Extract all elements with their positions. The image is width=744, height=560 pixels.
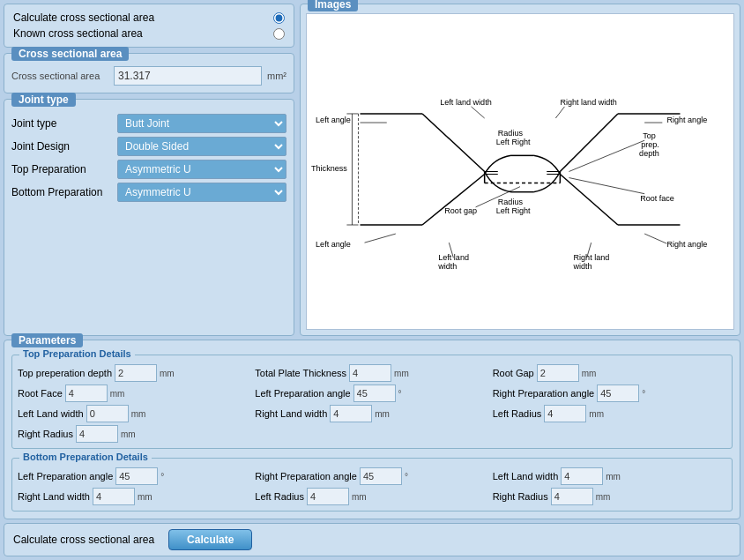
top-label-6: Left Land width <box>18 408 84 419</box>
bottom-prep-fields: Left Preparation angle ° Right Preparati… <box>18 467 726 505</box>
jt-select-0[interactable]: Butt Joint T Joint Corner Joint <box>117 114 286 133</box>
top-input-1[interactable] <box>349 364 391 382</box>
jt-select-3[interactable]: Asymmetric U Symmetric U V <box>117 183 286 202</box>
top-prep-title: Top Preparation Details <box>19 348 135 359</box>
jt-select-1[interactable]: Double Sided Single Sided <box>117 137 286 156</box>
bot-input-4[interactable] <box>307 488 349 505</box>
csa-input[interactable] <box>114 66 262 86</box>
svg-text:Radius: Radius <box>498 198 524 206</box>
bottom-bar-label: Calculate cross sectional area <box>13 534 154 546</box>
bot-label-2: Left Land width <box>493 471 559 482</box>
radio-row-calculate: Calculate cross sectional area <box>13 10 285 26</box>
calculate-button[interactable]: Calculate <box>168 529 252 550</box>
radio-known[interactable] <box>273 28 285 40</box>
bot-unit-5: mm <box>596 492 611 502</box>
top-unit-1: mm <box>394 369 409 378</box>
top-param-2: Root Gap mm <box>493 364 726 382</box>
top-input-4[interactable] <box>353 385 396 402</box>
top-param-5: Right Preparation angle ° <box>493 385 726 402</box>
svg-text:width: width <box>437 262 457 271</box>
params-title: Parameters <box>11 333 83 347</box>
svg-text:Left angle: Left angle <box>316 240 351 249</box>
bot-input-5[interactable] <box>551 488 593 505</box>
bot-input-0[interactable] <box>115 467 158 485</box>
top-label-8: Left Radius <box>493 408 542 419</box>
top-input-5[interactable] <box>597 385 639 402</box>
top-input-0[interactable] <box>115 364 157 382</box>
svg-text:Left angle: Left angle <box>316 116 351 124</box>
top-param-9: Right Radius mm <box>18 425 251 443</box>
top-input-3[interactable] <box>65 385 108 402</box>
svg-text:Left land: Left land <box>438 253 469 262</box>
radio-section: Calculate cross sectional area Known cro… <box>4 4 294 48</box>
bot-input-2[interactable] <box>561 467 603 485</box>
top-input-2[interactable] <box>537 364 579 382</box>
top-param-7: Right Land width mm <box>255 405 488 422</box>
bot-unit-4: mm <box>352 492 367 502</box>
svg-text:Right land: Right land <box>574 253 610 262</box>
top-unit-8: mm <box>589 409 604 419</box>
top-param-8: Left Radius mm <box>493 405 726 422</box>
jt-row-3: Bottom Preparation Asymmetric U Symmetri… <box>11 183 286 202</box>
images-title: Images <box>308 0 358 11</box>
joint-type-title: Joint type <box>11 93 76 107</box>
joint-type-group: Joint type Joint type Butt Joint T Joint… <box>4 99 294 336</box>
svg-text:Root face: Root face <box>640 194 674 203</box>
bot-param-3: Right Land width mm <box>18 488 251 505</box>
top-unit-6: mm <box>131 409 146 419</box>
svg-text:width: width <box>573 262 592 271</box>
jt-row-2: Top Preparation Asymmetric U Symmetric U… <box>11 160 286 179</box>
top-label-5: Right Preparation angle <box>493 388 595 399</box>
svg-text:prep.: prep. <box>641 140 659 149</box>
svg-text:Root gap: Root gap <box>444 206 477 215</box>
bot-input-3[interactable] <box>93 488 135 505</box>
bot-label-0: Left Preparation angle <box>18 471 113 482</box>
top-input-7[interactable] <box>330 405 372 422</box>
svg-text:Left  Right: Left Right <box>496 206 531 215</box>
top-unit-5: ° <box>642 389 645 399</box>
bot-param-0: Left Preparation angle ° <box>18 467 251 485</box>
top-label-1: Total Plate Thickness <box>255 368 346 378</box>
svg-text:Thickness: Thickness <box>311 165 347 174</box>
top-input-9[interactable] <box>76 425 118 443</box>
csa-group: Cross sectional area Cross sectional are… <box>4 53 294 93</box>
top-input-8[interactable] <box>544 405 586 422</box>
diagram-container: Left angle Right angle Left land width R… <box>306 13 734 330</box>
bot-unit-3: mm <box>138 492 153 502</box>
top-param-3: Root Face mm <box>18 385 251 402</box>
radio-calculate[interactable] <box>273 12 285 24</box>
bot-label-4: Left Radius <box>255 491 304 502</box>
top-label-0: Top preperation depth <box>18 368 112 378</box>
jt-label-1: Joint Design <box>11 140 117 153</box>
images-panel: Images <box>300 4 740 336</box>
joint-type-fields: Joint type Butt Joint T Joint Corner Joi… <box>11 114 286 202</box>
csa-row: Cross sectional area mm² <box>11 66 286 86</box>
top-label-4: Left Preparation angle <box>255 388 350 399</box>
jt-row-0: Joint type Butt Joint T Joint Corner Joi… <box>11 114 286 133</box>
top-unit-0: mm <box>160 369 175 378</box>
top-param-4: Left Preparation angle ° <box>255 385 488 402</box>
bot-unit-0: ° <box>160 472 164 482</box>
svg-text:Radius: Radius <box>498 129 524 138</box>
radio-label-calculate: Calculate cross sectional area <box>13 11 154 24</box>
svg-text:Left land width: Left land width <box>440 98 491 107</box>
top-unit-2: mm <box>582 369 597 378</box>
top-param-0: Top preperation depth mm <box>18 364 251 382</box>
bottom-prep-title: Bottom Preparation Details <box>19 452 152 462</box>
top-label-2: Root Gap <box>493 368 534 378</box>
jt-select-2[interactable]: Asymmetric U Symmetric U V <box>117 160 286 179</box>
top-param-6: Left Land width mm <box>18 405 251 422</box>
svg-text:Right angle: Right angle <box>666 116 707 124</box>
bot-param-5: Right Radius mm <box>493 488 726 505</box>
jt-row-1: Joint Design Double Sided Single Sided <box>11 137 286 156</box>
svg-text:Right land width: Right land width <box>560 98 616 107</box>
top-input-6[interactable] <box>86 405 129 422</box>
radio-label-known: Known cross sectional area <box>13 27 143 40</box>
jt-label-3: Bottom Preparation <box>11 186 117 198</box>
bot-label-1: Right Preparation angle <box>255 471 357 482</box>
bot-param-2: Left Land width mm <box>493 467 726 485</box>
csa-label: Cross sectional area <box>11 71 108 81</box>
bot-input-1[interactable] <box>360 467 402 485</box>
top-prep-group: Top Preparation Details Top preperation … <box>11 355 733 449</box>
bot-unit-1: ° <box>405 472 408 482</box>
